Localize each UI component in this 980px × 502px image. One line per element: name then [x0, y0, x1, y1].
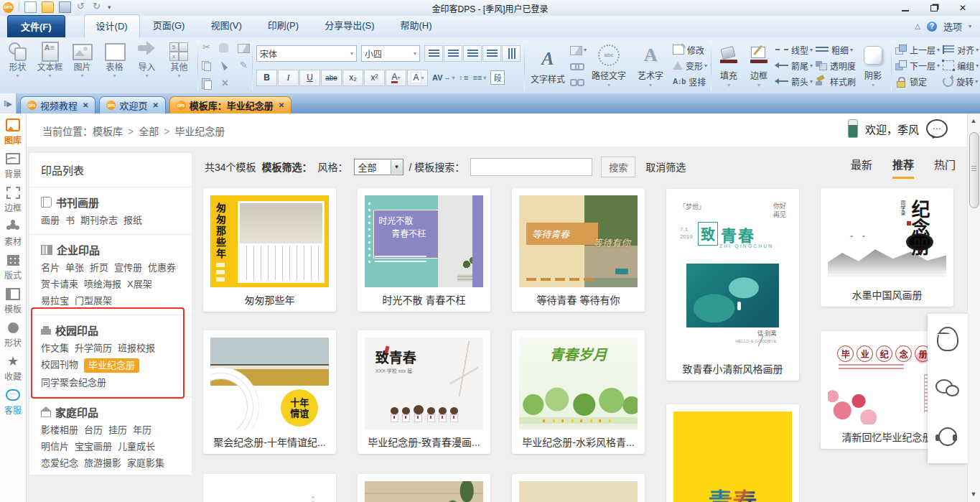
menu-design-active-tab[interactable]: 设计(D): [84, 14, 140, 37]
sidebar-item-layout[interactable]: 版式: [0, 253, 26, 281]
line-type-button[interactable]: 线型▾: [775, 42, 813, 57]
fill-button[interactable]: 填充▾: [714, 39, 744, 92]
italic-button[interactable]: I: [278, 70, 299, 86]
picture-fill-icon[interactable]: [238, 44, 250, 53]
char-spacing-button[interactable]: AV↔▾: [432, 73, 454, 82]
options-button[interactable]: 选项: [943, 19, 962, 33]
draw-pen-icon[interactable]: [238, 60, 250, 71]
product-link[interactable]: 书: [65, 214, 75, 227]
scroll-up-icon[interactable]: ▲: [970, 117, 977, 124]
template-card[interactable]: 时光不散青春不枉 时光不散 青春不枉: [358, 188, 490, 312]
template-card[interactable]: [358, 474, 490, 502]
layer-up-button[interactable]: 上一层▾: [895, 42, 940, 57]
template-card[interactable]: 十年情谊 聚会纪念册-十年情谊纪...: [203, 330, 336, 454]
menu-print[interactable]: 印刷(P): [255, 14, 312, 37]
search-button[interactable]: 搜索: [601, 157, 635, 177]
delete-icon[interactable]: [219, 78, 231, 89]
sidebar-item-border[interactable]: 边框: [0, 185, 26, 213]
message-bubble-icon[interactable]: ⋯: [926, 119, 948, 138]
text-style-button[interactable]: A 文字样式: [527, 39, 569, 92]
align-justify-button[interactable]: [482, 45, 501, 62]
select-cursor-icon[interactable]: [219, 60, 231, 71]
open-file-icon[interactable]: [42, 1, 54, 13]
align-left-button[interactable]: [424, 45, 443, 62]
sort-tab-popular[interactable]: 热门: [934, 157, 956, 179]
product-link[interactable]: X展架: [127, 278, 152, 291]
save-icon[interactable]: [59, 1, 71, 13]
template-card[interactable]: 青春 youth 万岁: [666, 404, 799, 502]
product-link[interactable]: 喷绘海报: [84, 278, 121, 291]
subscript-button[interactable]: x₂: [342, 70, 363, 86]
help-icon[interactable]: ?: [927, 22, 937, 32]
collapse-ribbon-icon[interactable]: △: [915, 22, 920, 30]
product-link[interactable]: 挂历: [108, 424, 127, 437]
template-card[interactable]: 纪念册: [203, 474, 336, 502]
tab-template-library-active[interactable]: DPS 模板库：毕业纪念册 ✕: [169, 96, 291, 113]
menu-file[interactable]: 文件(F): [7, 15, 65, 37]
highlight-color-button[interactable]: A▾: [407, 70, 428, 86]
template-card[interactable]: ⌄ ⌄ 纪念册 同学录 水墨中国风画册: [821, 188, 953, 307]
path-text-button[interactable]: abc 路径文字▾: [588, 39, 630, 92]
product-link[interactable]: 门型展架: [75, 294, 112, 307]
style-select[interactable]: 全部 ▼: [354, 159, 403, 175]
product-link[interactable]: 影楼相册: [41, 424, 78, 437]
sidebar-item-gallery[interactable]: 图库: [0, 118, 26, 146]
lock-button[interactable]: 锁定: [895, 74, 940, 88]
product-link[interactable]: 作文集: [41, 342, 69, 355]
group-button[interactable]: 编组▾: [943, 58, 979, 73]
unlink-icon[interactable]: [570, 75, 582, 87]
underline-button[interactable]: U: [299, 70, 320, 86]
close-button[interactable]: [948, 0, 977, 16]
pan-hand-icon[interactable]: [219, 43, 228, 52]
product-link[interactable]: 贺卡请柬: [41, 278, 78, 291]
sort-tab-recommended[interactable]: 推荐: [892, 157, 914, 179]
product-link[interactable]: 旅游摄影: [84, 457, 121, 470]
cut-icon[interactable]: [200, 42, 213, 53]
frame-image-icon[interactable]: [570, 46, 582, 55]
product-link[interactable]: 校园刊物: [41, 358, 78, 373]
sidebar-item-material[interactable]: 素材: [0, 219, 26, 247]
link-icon[interactable]: [570, 60, 582, 71]
redo-icon[interactable]: [92, 2, 103, 12]
vertical-scrollbar[interactable]: ▲ ▼: [967, 113, 980, 502]
vertical-align-button[interactable]: [502, 45, 521, 62]
product-link[interactable]: 年历: [133, 424, 151, 437]
customer-service-headset-icon[interactable]: [935, 426, 960, 450]
template-search-input[interactable]: [470, 158, 592, 176]
product-link[interactable]: 画册: [41, 214, 60, 227]
sidebar-item-template[interactable]: 模板: [0, 287, 26, 315]
font-family-select[interactable]: 宋体▾: [256, 45, 357, 62]
template-card[interactable]: 匆匆那些年 匆匆那些年: [203, 188, 336, 312]
strikethrough-button[interactable]: abe: [321, 70, 342, 86]
layer-down-button[interactable]: 下一层▾: [895, 58, 940, 73]
menu-share-export[interactable]: 分享导出(S): [312, 14, 387, 37]
product-link[interactable]: 报纸: [123, 214, 142, 227]
vertical-text-button[interactable]: A↕b竖排: [673, 74, 707, 88]
sidebar-item-favorites[interactable]: ★ 收藏: [0, 354, 26, 382]
product-link[interactable]: 恋爱纪念: [41, 457, 78, 470]
undo-icon[interactable]: [76, 2, 87, 12]
art-text-button[interactable]: A 艺术字▾: [630, 39, 671, 92]
scroll-down-icon[interactable]: ▼: [970, 491, 977, 498]
close-tab-icon[interactable]: ✕: [151, 101, 158, 109]
other-tool-button[interactable]: 5 x 其他▾: [163, 39, 195, 92]
new-document-icon[interactable]: [24, 1, 37, 13]
panel-expander-icon[interactable]: ‖▶: [0, 93, 17, 113]
customize-toolbar-dropdown-icon[interactable]: ▾: [108, 2, 111, 12]
product-link[interactable]: 期刊杂志: [80, 214, 118, 227]
rotate-button[interactable]: 旋转▾: [943, 74, 979, 88]
menu-page[interactable]: 页面(G): [140, 14, 198, 37]
template-card[interactable]: 等待青春 等待有你 等待青春 等待有你: [512, 188, 645, 312]
chevron-down-icon[interactable]: ▾: [969, 23, 971, 29]
line-spacing-button[interactable]: ↕≡: [459, 73, 468, 82]
minimize-button[interactable]: [891, 0, 920, 16]
cancel-filter-button[interactable]: 取消筛选: [645, 159, 686, 174]
opacity-button[interactable]: 透明度: [816, 58, 856, 73]
product-link[interactable]: 升学简历: [75, 342, 112, 355]
table-tool-button[interactable]: 表格▾: [98, 39, 131, 92]
close-tab-icon[interactable]: ✕: [277, 101, 284, 109]
product-link[interactable]: 单张: [65, 261, 84, 274]
product-link-selected-graduation-album[interactable]: 毕业纪念册: [84, 358, 139, 373]
align-center-button[interactable]: [444, 45, 462, 62]
product-link[interactable]: 同学聚会纪念册: [41, 376, 106, 389]
